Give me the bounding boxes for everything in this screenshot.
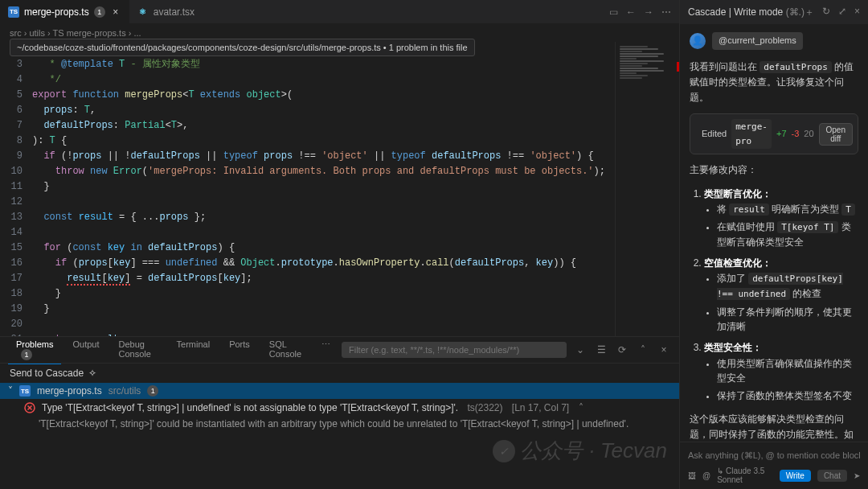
chevron-down-icon: ˅: [8, 385, 13, 397]
editor[interactable]: 234567891011121314151617181920212223 * 将…: [0, 42, 679, 336]
cascade-intro: 我看到问题出在 defaultProps 的值赋值时的类型检查。让我修复这个问题…: [690, 60, 858, 106]
line-gutter: 234567891011121314151617181920212223: [0, 42, 32, 336]
diff-card: Edited merge-pro +7 -3 20 Open diff: [690, 113, 858, 154]
react-icon: ⚛: [137, 6, 149, 18]
mode-write[interactable]: Write: [780, 470, 811, 482]
path-tooltip: ~/codebase/coze-studio/frontend/packages…: [10, 39, 475, 56]
split-editor-icon[interactable]: ▭: [609, 6, 618, 18]
problem-message: Type 'T[Extract<keyof T, string>] | unde…: [42, 402, 458, 413]
maximize-icon[interactable]: ˄: [636, 344, 650, 355]
cascade-changes-list: 类型断言优化：将 result 明确断言为类型 T在赋值时使用 T[keyof …: [690, 187, 858, 404]
panel-tab-ports[interactable]: Ports: [221, 336, 258, 364]
tabs: TS merge-props.ts 1 × ⚛ avatar.tsx: [0, 0, 203, 23]
nav-forward-icon[interactable]: →: [644, 6, 653, 18]
attach-icon[interactable]: @: [702, 471, 710, 480]
history-icon[interactable]: ↻: [822, 6, 830, 19]
panel-tab-output[interactable]: Output: [64, 336, 107, 364]
panel-tab-problems[interactable]: Problems1: [8, 336, 61, 364]
cascade-header: Cascade | Write mode (⌘.) ＋ ↻ ⤢ ×: [680, 0, 868, 24]
panel-tab-⋯[interactable]: ⋯: [313, 336, 338, 364]
img-icon[interactable]: 🖼: [688, 471, 696, 480]
problem-file-name: merge-props.ts: [37, 385, 102, 397]
new-chat-icon[interactable]: ＋: [805, 6, 814, 19]
typescript-icon: TS: [8, 6, 19, 18]
problem-position: [Ln 17, Col 7]: [512, 402, 569, 413]
minimap[interactable]: [615, 42, 679, 336]
problem-code: ts(2322): [467, 402, 502, 413]
chevron-icon[interactable]: ˄: [579, 402, 583, 413]
tab-problem-badge: 1: [94, 6, 105, 18]
tab-actions: ▭ ← → ⋯: [609, 6, 679, 18]
cascade-closing: 这个版本应该能够解决类型检查的问题，同时保持了函数的功能完整性。如果您还看到任何…: [690, 412, 858, 442]
view-icon[interactable]: ⟳: [615, 344, 629, 355]
minimap-error-marker: [677, 62, 679, 72]
summary-title: 主要修改内容：: [690, 162, 858, 178]
mode-chat[interactable]: Chat: [817, 470, 847, 482]
context-tag[interactable]: @current_problems: [712, 32, 803, 50]
problem-file-row[interactable]: ˅ TS merge-props.ts src/utils 1: [0, 383, 679, 399]
breadcrumb[interactable]: src › utils › TS merge-props.ts › ... ~/…: [0, 24, 679, 42]
panel-tab-debug-console[interactable]: Debug Console: [111, 336, 166, 364]
problem-item[interactable]: Type 'T[Extract<keyof T, string>] | unde…: [0, 399, 679, 417]
close-cascade-icon[interactable]: ×: [854, 6, 860, 19]
model-label[interactable]: ↳ Claude 3.5 Sonnet: [717, 466, 767, 484]
user-row: 👤 @current_problems: [690, 32, 858, 50]
panel-tab-terminal[interactable]: Terminal: [169, 336, 219, 364]
cascade-shortcut: (⌘.): [786, 6, 805, 18]
close-panel-icon[interactable]: ×: [657, 344, 671, 355]
problem-detail: 'T[Extract<keyof T, string>]' could be i…: [0, 417, 679, 433]
open-diff-button[interactable]: Open diff: [819, 123, 853, 146]
cascade-title: Cascade | Write mode: [688, 6, 783, 18]
filter-icon[interactable]: ⌄: [573, 344, 588, 355]
collapse-icon[interactable]: ☰: [594, 344, 608, 355]
tab-label: merge-props.ts: [24, 6, 89, 18]
panel-tab-sql-console[interactable]: SQL Console: [261, 336, 310, 364]
typescript-icon: TS: [19, 385, 31, 397]
expand-icon[interactable]: ⤢: [838, 6, 846, 19]
panel-tabs: Problems1OutputDebug ConsoleTerminalPort…: [0, 337, 679, 364]
problem-file-path: src/utils: [108, 385, 141, 397]
cascade-spark-icon: ✧: [88, 368, 96, 379]
more-icon[interactable]: ⋯: [661, 6, 671, 18]
chat-input-area: 🖼 @ ↳ Claude 3.5 Sonnet Write Chat ➤: [680, 442, 868, 489]
code-area[interactable]: * 将默认属性与用户提供的属性合并 * @template T - 属性对象类型…: [32, 42, 615, 336]
cascade-panel: Cascade | Write mode (⌘.) ＋ ↻ ⤢ × 👤 @cur…: [679, 0, 868, 489]
problem-count-badge: 1: [147, 385, 158, 397]
problems-filter-input[interactable]: [342, 342, 567, 358]
tab-avatar[interactable]: ⚛ avatar.tsx: [129, 0, 203, 23]
tab-label: avatar.tsx: [154, 6, 194, 18]
send-to-cascade[interactable]: Send to Cascade ✧: [0, 364, 679, 383]
chat-input[interactable]: [688, 447, 860, 463]
tab-bar: TS merge-props.ts 1 × ⚛ avatar.tsx ▭ ← →…: [0, 0, 679, 24]
error-icon: [24, 402, 35, 413]
tab-merge-props[interactable]: TS merge-props.ts 1 ×: [0, 0, 129, 23]
close-icon[interactable]: ×: [110, 6, 121, 18]
nav-back-icon[interactable]: ←: [626, 6, 636, 18]
avatar: 👤: [690, 33, 706, 49]
send-icon[interactable]: ➤: [854, 471, 860, 480]
breadcrumb-text: src › utils › TS merge-props.ts › ...: [10, 28, 141, 38]
bottom-panel: Problems1OutputDebug ConsoleTerminalPort…: [0, 336, 679, 489]
